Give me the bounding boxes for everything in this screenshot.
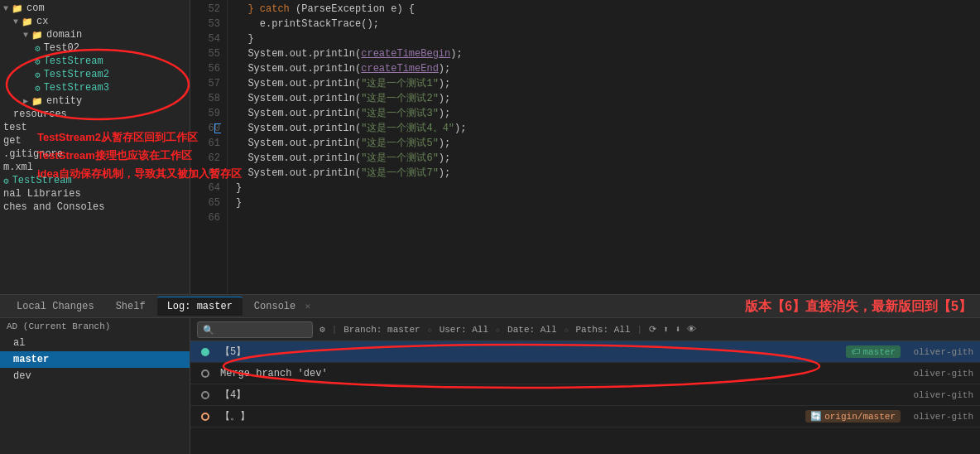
origin-tag-icon: 🔄 — [810, 411, 822, 422]
tree-cx[interactable]: ▼ 📁 cx — [0, 15, 190, 28]
branch-header: AD (Current Branch) — [0, 318, 190, 335]
code-line-56: System.out.println(createTimeEnd); — [236, 61, 980, 76]
bottom-tabs: Local Changes Shelf Log: master Console … — [0, 295, 980, 318]
java-icon: ⚙ — [35, 70, 41, 80]
git-author-5: oliver-gith — [907, 347, 973, 357]
tree-teststream2[interactable]: ⚙ TestStream2 — [0, 68, 190, 81]
folder-icon: 📁 — [12, 3, 23, 14]
user-label: User: All — [440, 325, 488, 335]
line-num-57: 57 — [190, 76, 220, 91]
branch-tag-master: 🏷 master — [846, 345, 901, 358]
code-line-60: System.out.println("这是一个测试4。4"); — [236, 121, 980, 136]
java-icon: ⚙ — [35, 83, 41, 94]
line-num-66: 66 — [190, 210, 220, 225]
tree-gitignore[interactable]: .gitignore — [0, 147, 190, 161]
commit-msg-merge: Merge branch 'dev' — [220, 368, 901, 379]
git-search-input[interactable] — [197, 321, 313, 338]
line-num-64: 64 — [190, 181, 220, 196]
code-line-61: System.out.println("这是一个测试5"); — [236, 136, 980, 151]
tree-nallibs[interactable]: nal Libraries — [0, 187, 190, 200]
git-graph — [197, 369, 214, 378]
annotation-red-text: 版本【6】直接消失，最新版回到【5】 — [745, 297, 972, 315]
line-numbers: 52 53 54 55 56 57 58 59 60 61 62 63 64 6… — [190, 0, 228, 294]
code-line-59: System.out.println("这是一个测试3"); — [236, 106, 980, 121]
tree-test[interactable]: test — [0, 121, 190, 134]
tab-log-master[interactable]: Log: master — [157, 297, 243, 316]
code-line-66 — [236, 210, 980, 225]
tree-domain[interactable]: ▼ 📁 domain — [0, 28, 190, 41]
bottom-content: AD (Current Branch) al master dev ⚙ — [0, 318, 980, 454]
tree-com[interactable]: ▼ 📁 com — [0, 2, 190, 15]
git-graph — [197, 413, 214, 421]
line-num-52: 52 — [190, 2, 220, 17]
arrow-icon: ▼ — [23, 31, 28, 40]
separator: | — [637, 325, 643, 335]
main-container: ▼ 📁 com ▼ 📁 cx ▼ 📁 domain ⚙ Test02 ⚙ Tes… — [0, 0, 980, 454]
git-entry-merge[interactable]: Merge branch 'dev' oliver-gith — [190, 363, 980, 384]
branch-item-dev[interactable]: dev — [0, 368, 190, 384]
tab-shelf[interactable]: Shelf — [106, 297, 156, 316]
code-line-55: System.out.println(createTimeBegin); — [236, 46, 980, 61]
tree-mxml[interactable]: m.xml — [0, 161, 190, 174]
top-area: ▼ 📁 com ▼ 📁 cx ▼ 📁 domain ⚙ Test02 ⚙ Tes… — [0, 0, 980, 294]
tab-local-changes[interactable]: Local Changes — [7, 297, 104, 316]
git-log-panel: ⚙ | Branch: master ⬦ User: All ⬦ Date: A… — [190, 318, 980, 454]
line-num-62: 62 — [190, 151, 220, 166]
folder-icon: 📁 — [31, 96, 43, 107]
tag-icon: 🏷 — [851, 346, 860, 357]
separator: ⬦ — [427, 325, 433, 335]
git-dot — [201, 391, 209, 399]
git-author-dot: oliver-gith — [907, 412, 973, 422]
line-num-61: 61 — [190, 136, 220, 151]
git-graph — [197, 391, 214, 399]
code-line-65: } — [236, 196, 980, 210]
tree-teststream[interactable]: ⚙ TestStream — [0, 55, 190, 68]
code-line-63: System.out.println("这是一个测试7"); — [236, 166, 980, 181]
tab-close-icon[interactable]: ✕ — [305, 302, 310, 312]
commit-msg-4: 【4】 — [220, 388, 901, 402]
eye-icon[interactable]: 👁 — [687, 324, 696, 335]
code-line-52: } catch (ParseException e) { — [236, 2, 980, 17]
git-author-4: oliver-gith — [907, 390, 973, 400]
branch-item-al[interactable]: al — [0, 335, 190, 351]
tree-chescons[interactable]: ches and Consoles — [0, 200, 190, 214]
arrow-icon: ▼ — [3, 4, 8, 13]
git-graph — [197, 348, 214, 356]
bottom-panel: Local Changes Shelf Log: master Console … — [0, 294, 980, 454]
code-line-58: System.out.println("这是一个测试2"); — [236, 91, 980, 106]
separator: ⬦ — [564, 325, 569, 335]
git-entry-5[interactable]: 【5】 🏷 master oliver-gith — [190, 341, 980, 363]
git-log-entries: 【5】 🏷 master oliver-gith Merge branch 'd… — [190, 341, 980, 427]
tree-teststream3[interactable]: ⚙ TestStream3 — [0, 81, 190, 94]
commit-msg-dot: 【。】 — [220, 409, 799, 423]
branch-item-master[interactable]: master — [0, 351, 190, 368]
code-lines[interactable]: } catch (ParseException e) { e.printStac… — [228, 0, 980, 294]
git-dot — [201, 369, 209, 378]
tree-test02[interactable]: ⚙ Test02 — [0, 41, 190, 55]
origin-tag: 🔄 origin/master — [805, 410, 901, 423]
tree-get[interactable]: get — [0, 134, 190, 147]
java-icon: ⚙ — [3, 176, 9, 186]
git-entry-4[interactable]: 【4】 oliver-gith — [190, 384, 980, 406]
branch-label: Branch: master — [343, 325, 420, 335]
line-num-59: 59 — [190, 106, 220, 121]
line-num-56: 56 — [190, 61, 220, 76]
tree-teststream-root[interactable]: ⚙ TestStream — [0, 174, 190, 187]
prev-icon[interactable]: ⬆ — [663, 324, 669, 335]
line-num-65: 65 — [190, 196, 220, 210]
arrow-icon: ▼ — [13, 17, 18, 27]
tab-console[interactable]: Console ✕ — [244, 297, 320, 316]
code-line-57: System.out.println("这是一个测试1"); — [236, 76, 980, 91]
tree-resources[interactable]: resources — [0, 108, 190, 121]
code-line-54: } — [236, 31, 980, 46]
git-entry-dot[interactable]: 【。】 🔄 origin/master oliver-gith — [190, 406, 980, 427]
gear-icon[interactable]: ⚙ — [319, 324, 325, 335]
next-icon[interactable]: ⬇ — [675, 324, 681, 335]
folder-icon: 📁 — [31, 30, 43, 41]
branch-panel: AD (Current Branch) al master dev — [0, 318, 190, 454]
git-log-toolbar: ⚙ | Branch: master ⬦ User: All ⬦ Date: A… — [190, 318, 980, 341]
tree-entity[interactable]: ▶ 📁 entity — [0, 94, 190, 108]
refresh-icon[interactable]: ⟳ — [649, 324, 656, 335]
editor-area: 52 53 54 55 56 57 58 59 60 61 62 63 64 6… — [190, 0, 980, 294]
code-line-64: } — [236, 181, 980, 196]
